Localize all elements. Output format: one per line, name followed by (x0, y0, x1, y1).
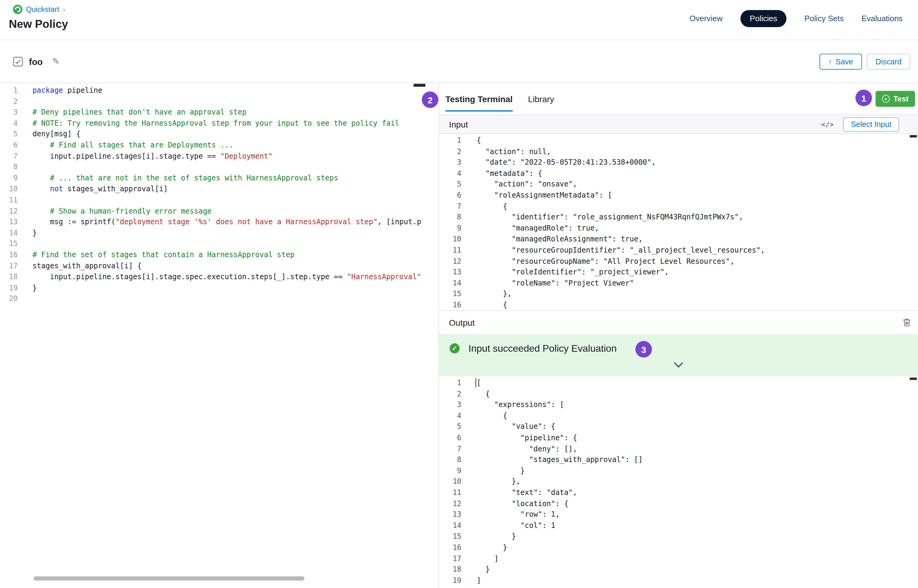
terminal-tabs: Testing Terminal Library Test (439, 83, 918, 114)
policy-toolbar: foo ✎ ↑ Save Discard (0, 40, 918, 83)
code-line: 19} (0, 283, 438, 293)
annotation-badge-2: 2 (422, 92, 438, 108)
output-scrollbar-thumb[interactable] (910, 378, 917, 380)
tab-testing-terminal[interactable]: Testing Terminal (445, 94, 512, 103)
line-number: 4 (0, 118, 21, 129)
code-line: 13 "roleIdentifier": "_project_viewer", (439, 267, 918, 278)
line-number: 2 (439, 389, 465, 399)
code-text: # Find all stages that are Deployments .… (21, 140, 233, 151)
code-line: 18 } (439, 564, 918, 575)
policy-code-editor[interactable]: 1package pipeline23# Deny pipelines that… (0, 83, 439, 588)
code-line: 16# Find the set of stages that contain … (0, 250, 438, 260)
code-line: 11 (0, 195, 438, 205)
code-text (21, 293, 32, 304)
input-section-header: Input </> Select Input (439, 115, 918, 134)
code-line: 20 (0, 293, 438, 304)
code-text: "resourceGroupName": "All Project Level … (465, 255, 735, 267)
code-text: "row": 1, (465, 509, 560, 520)
trash-icon[interactable] (903, 318, 911, 326)
code-line: 7 { (439, 201, 918, 212)
tab-library[interactable]: Library (528, 94, 554, 103)
save-button[interactable]: ↑ Save (819, 53, 862, 69)
line-number: 2 (439, 146, 465, 157)
code-text: { (465, 135, 482, 146)
code-text (21, 96, 32, 107)
line-number: 7 (439, 201, 465, 212)
code-line: 1{ (439, 135, 918, 146)
code-line: 2 "action": null, (439, 146, 918, 157)
annotation-badge-1: 1 (855, 90, 872, 107)
select-input-button[interactable]: Select Input (844, 117, 899, 131)
line-number: 11 (439, 487, 465, 498)
policy-title-group: foo ✎ (13, 56, 60, 66)
input-scrollbar-thumb[interactable] (910, 135, 917, 137)
output-section-header: Output (439, 310, 918, 334)
line-number: 8 (0, 162, 21, 173)
line-number: 16 (439, 300, 465, 310)
editor-scrollbar-thumb[interactable] (414, 84, 425, 87)
code-text: "location": { (465, 498, 569, 509)
header-left: Quickstart › New Policy (9, 0, 68, 40)
line-number: 19 (439, 575, 465, 586)
code-text (21, 238, 32, 249)
code-line: 4 "metadata": { (439, 168, 918, 179)
top-nav: Overview Policies Policy Sets Evaluation… (690, 0, 903, 37)
code-text (21, 195, 32, 205)
line-number: 15 (0, 238, 21, 249)
code-line: 13 "row": 1, (439, 509, 918, 520)
line-number: 14 (439, 520, 465, 531)
nav-evaluations[interactable]: Evaluations (861, 14, 903, 23)
code-line: 15 } (439, 531, 918, 542)
line-number: 11 (0, 195, 21, 205)
code-text: # ... that are not in the set of stages … (21, 173, 338, 184)
line-number: 5 (0, 129, 21, 140)
evaluation-result-message: Input succeeded Policy Evaluation (469, 341, 617, 354)
line-number: 1 (439, 135, 465, 146)
code-text: # Deny pipelines that don't have an appr… (21, 107, 246, 118)
code-line: 4# NOTE: Try removing the HarnessApprova… (0, 118, 438, 129)
chevron-down-icon[interactable] (674, 359, 683, 368)
code-text: } (465, 465, 525, 476)
nav-policies[interactable]: Policies (740, 10, 787, 27)
code-text: "action": null, (465, 146, 551, 157)
code-text: # NOTE: Try removing the HarnessApproval… (21, 118, 399, 129)
edit-pencil-icon[interactable]: ✎ (52, 56, 60, 66)
nav-overview[interactable]: Overview (690, 14, 723, 23)
discard-button[interactable]: Discard (866, 53, 910, 69)
code-line: 14} (0, 228, 438, 238)
input-title: Input (449, 120, 468, 129)
page-header: Quickstart › New Policy Overview Policie… (0, 0, 918, 40)
success-check-icon: ✓ (449, 343, 460, 353)
line-number: 12 (439, 498, 465, 509)
code-line: 17stages_with_approval[i] { (0, 260, 438, 271)
horizontal-scrollbar[interactable] (34, 577, 304, 581)
output-json-viewer[interactable]: 1[2 {3 "expressions": [4 {5 "value": {6 … (439, 376, 918, 588)
breadcrumb-project-link[interactable]: Quickstart (26, 5, 59, 14)
policy-check-icon (13, 56, 23, 66)
code-text: not stages_with_approval[i] (21, 184, 168, 195)
line-number: 9 (439, 223, 465, 234)
line-number: 11 (439, 245, 465, 255)
line-number: 14 (439, 278, 465, 289)
line-number: 18 (439, 564, 465, 575)
test-button[interactable]: Test (876, 91, 915, 107)
line-number: 16 (439, 542, 465, 553)
nav-policy-sets[interactable]: Policy Sets (804, 14, 844, 23)
code-line: 5 "value": { (439, 422, 918, 432)
line-number: 9 (439, 465, 465, 476)
code-line: 3# Deny pipelines that don't have an app… (0, 107, 438, 118)
code-line: 17 ] (439, 553, 918, 564)
page: Quickstart › New Policy Overview Policie… (0, 0, 918, 588)
code-line: 10 "managedRoleAssignment": true, (439, 234, 918, 245)
input-json-editor[interactable]: 1{2 "action": null,3 "date": "2022-05-05… (439, 134, 918, 310)
code-text: "managedRole": true, (465, 223, 599, 234)
upload-arrow-icon: ↑ (828, 57, 832, 66)
code-line: 5deny[msg] { (0, 129, 438, 140)
code-text: input.pipeline.stages[i].stage.spec.exec… (21, 271, 421, 282)
code-text: "managedRoleAssignment": true, (465, 234, 643, 245)
code-text: "deny": [], (465, 443, 577, 454)
code-view-icon[interactable]: </> (821, 120, 834, 128)
code-line: 1package pipeline (0, 85, 438, 96)
testing-terminal-panel: Testing Terminal Library Test Input </> … (439, 83, 918, 588)
line-number: 17 (0, 260, 21, 271)
